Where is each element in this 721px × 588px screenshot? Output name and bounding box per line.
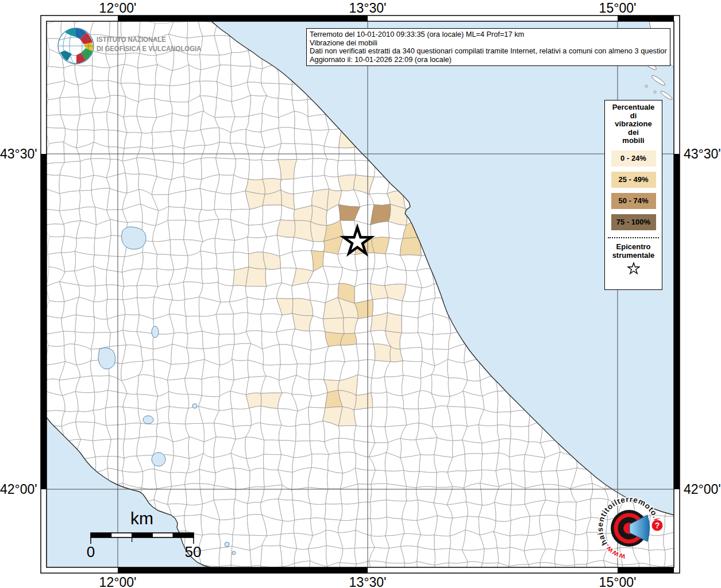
legend-item: 25 - 49% — [611, 172, 656, 188]
legend-item-label: 0 - 24% — [611, 150, 656, 167]
legend-panel: Percentuale di vibrazione dei mobili 0 -… — [604, 100, 662, 290]
legend-divider — [608, 237, 659, 238]
legend-title-line: Percentuale — [605, 103, 662, 112]
legend-epicenter-label: strumentale — [605, 251, 662, 260]
ingv-logo-text: ISTITUTO NAZIONALE DI GEOFISICA E VULCAN… — [97, 35, 201, 53]
affected-municipality — [400, 237, 421, 256]
axis-label-top-12: 12°00' — [99, 1, 137, 16]
scale-bar-end: 50 — [183, 543, 203, 561]
legend-title-line: dei — [605, 129, 662, 137]
affected-municipality — [246, 267, 267, 287]
ingv-globe-icon — [57, 25, 95, 65]
info-line-event: Terremoto del 10-01-2010 09:33:35 (ora l… — [310, 30, 667, 39]
affected-municipality — [277, 220, 295, 238]
legend-star-icon — [627, 262, 640, 274]
legend-title-line: di — [605, 112, 662, 121]
map-svg: www.haisentitoilterremoto.it™ ? — [0, 0, 721, 588]
axis-label-top-15: 15°00' — [599, 1, 637, 16]
legend-item-label: 25 - 49% — [611, 172, 656, 188]
axis-label-right-4200: 42°00' — [684, 482, 721, 497]
svg-text:?: ? — [655, 521, 660, 530]
question-mark-badge: ? — [652, 520, 663, 531]
affected-municipality — [373, 344, 391, 362]
axis-label-top-1330: 13°30' — [349, 1, 387, 16]
earthquake-info-box: Terremoto del 10-01-2010 09:33:35 (ora l… — [306, 28, 670, 66]
affected-municipality — [323, 318, 344, 334]
axis-label-left-4330: 43°30' — [0, 146, 37, 162]
legend-item-label: 75 - 100% — [611, 214, 656, 230]
legend-item-label: 50 - 74% — [611, 193, 656, 209]
axis-label-bottom-12: 12°00' — [99, 575, 137, 588]
affected-municipality — [338, 175, 356, 191]
scale-bar-start: 0 — [83, 543, 99, 561]
legend-epicenter-label: Epicentro — [605, 242, 662, 251]
legend-title-line: vibrazione — [605, 120, 662, 129]
legend-item: 50 - 74% — [611, 193, 656, 209]
ingv-line2: DI GEOFISICA E VULCANOLOGIA — [97, 44, 201, 53]
affected-municipality — [385, 312, 402, 332]
map-canvas: www.haisentitoilterremoto.it™ ? — [0, 0, 721, 588]
info-line-source: Dati non verificati estratti da 340 ques… — [310, 47, 667, 56]
legend-title-line: mobili — [605, 137, 662, 145]
legend-item: 0 - 24% — [611, 150, 656, 167]
legend-item: 75 - 100% — [611, 214, 656, 230]
info-line-type: Vibrazione dei mobili — [310, 39, 667, 48]
axis-label-right-4330: 43°30' — [684, 146, 721, 162]
ingv-line1: ISTITUTO NAZIONALE — [97, 35, 201, 44]
affected-municipality — [354, 393, 373, 410]
scale-bar-unit: km — [122, 509, 162, 528]
info-line-updated: Aggiornato il: 10-01-2026 22:09 (ora loc… — [310, 56, 667, 64]
affected-municipality — [292, 299, 313, 316]
axis-label-bottom-1330: 13°30' — [349, 575, 387, 588]
axis-label-left-4200: 42°00' — [0, 482, 37, 497]
axis-label-bottom-15: 15°00' — [599, 575, 637, 588]
